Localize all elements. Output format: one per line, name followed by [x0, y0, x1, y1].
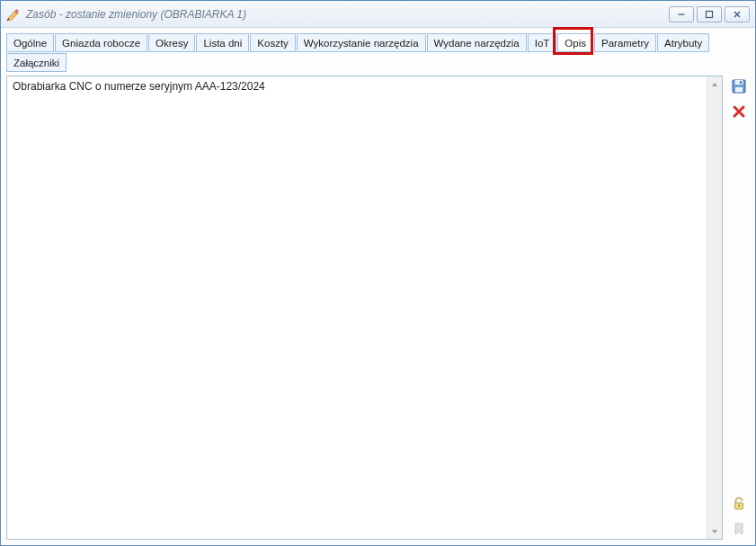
tab-ogolne[interactable]: Ogólne	[6, 33, 54, 52]
delete-button[interactable]	[728, 101, 750, 122]
tab-koszty[interactable]: Koszty	[250, 33, 296, 52]
svg-rect-1	[679, 13, 685, 14]
svg-rect-6	[740, 81, 742, 84]
tab-opis[interactable]: Opis	[557, 33, 593, 52]
save-button[interactable]	[728, 76, 750, 97]
side-toolbar	[728, 76, 750, 540]
tab-wydane[interactable]: Wydane narzędzia	[427, 33, 527, 52]
svg-rect-5	[735, 87, 743, 93]
bookmark-button[interactable]	[728, 518, 750, 540]
description-textarea[interactable]: Obrabiarka CNC o numerze seryjnym AAA-12…	[7, 76, 707, 539]
svg-rect-4	[735, 80, 743, 85]
minimize-button[interactable]	[669, 6, 694, 22]
tab-lista-dni[interactable]: Lista dni	[196, 33, 249, 52]
tab-zalaczniki[interactable]: Załączniki	[6, 53, 67, 72]
tab-wykorzystanie[interactable]: Wykorzystanie narzędzia	[297, 33, 426, 52]
tab-parametry[interactable]: Parametry	[594, 33, 656, 52]
titlebar: Zasób - zostanie zmieniony (OBRABIARKA 1…	[1, 1, 755, 28]
window-body: OgólneGniazda roboczeOkresyLista dniKosz…	[1, 28, 755, 545]
toolbar-spacer	[728, 126, 750, 489]
tab-gniazda[interactable]: Gniazda robocze	[55, 33, 147, 52]
description-field-wrap: Obrabiarka CNC o numerze seryjnym AAA-12…	[6, 76, 723, 540]
window-frame: Zasób - zostanie zmieniony (OBRABIARKA 1…	[0, 0, 756, 546]
maximize-button[interactable]	[697, 6, 722, 22]
lock-button[interactable]	[728, 493, 750, 515]
tab-atrybuty[interactable]: Atrybuty	[657, 33, 709, 52]
scroll-up-arrow[interactable]	[707, 76, 722, 92]
close-button[interactable]	[725, 6, 750, 22]
svg-point-8	[738, 505, 740, 506]
vertical-scrollbar[interactable]	[707, 76, 722, 539]
tab-okresy[interactable]: Okresy	[148, 33, 195, 52]
svg-rect-2	[707, 11, 713, 17]
tab-iot[interactable]: IoT	[528, 33, 557, 52]
content-row: Obrabiarka CNC o numerze seryjnym AAA-12…	[6, 76, 750, 540]
app-icon	[6, 7, 21, 22]
window-title: Zasób - zostanie zmieniony (OBRABIARKA 1…	[26, 8, 669, 21]
tab-bar: OgólneGniazda roboczeOkresyLista dniKosz…	[6, 33, 750, 72]
scroll-track[interactable]	[707, 92, 722, 524]
window-controls	[669, 6, 750, 22]
scroll-down-arrow[interactable]	[707, 524, 722, 539]
